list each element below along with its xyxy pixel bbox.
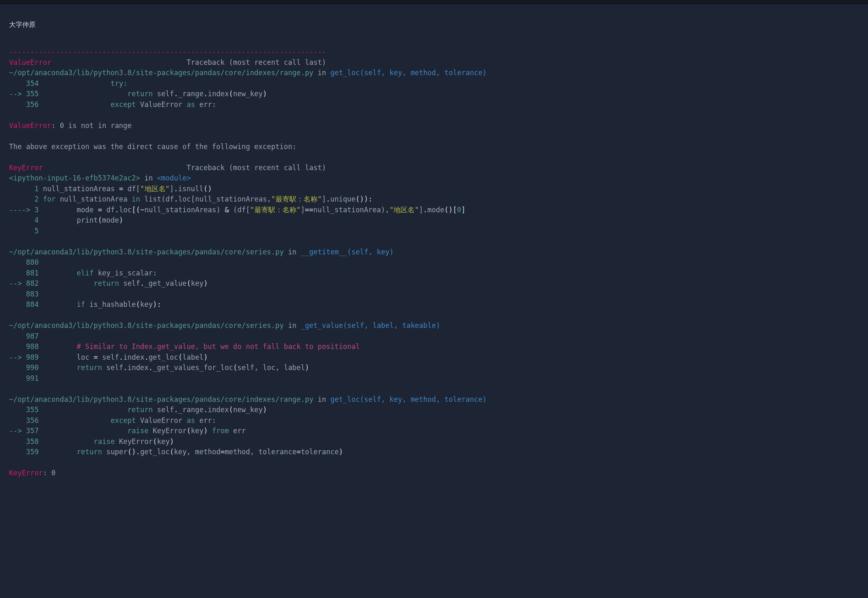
ident: index bbox=[123, 353, 144, 361]
error-name-keyerror: KeyError bbox=[9, 164, 43, 172]
ident: err: bbox=[195, 416, 216, 425]
op: = bbox=[98, 206, 102, 214]
ident: index bbox=[128, 363, 149, 372]
ident: super bbox=[102, 448, 127, 456]
lineno: 2 bbox=[34, 195, 38, 203]
op: = bbox=[94, 353, 98, 361]
ident: [null_stationAreas, bbox=[191, 195, 271, 203]
paren: ( bbox=[233, 363, 237, 372]
ident: key, method bbox=[174, 448, 221, 456]
lineno: 987 bbox=[26, 332, 39, 340]
kw-try: try: bbox=[111, 79, 128, 88]
ident: self bbox=[119, 279, 140, 287]
op: . bbox=[326, 195, 330, 203]
string: "地区名" bbox=[389, 206, 419, 214]
lineno: 989 bbox=[26, 353, 39, 361]
op: . bbox=[174, 185, 178, 193]
ident: isnull bbox=[178, 185, 203, 193]
lineno: 990 bbox=[26, 363, 39, 372]
paren: ( bbox=[153, 437, 157, 446]
frame4-sig: (self, label, takeable) bbox=[343, 321, 440, 330]
frame2-module: <module> bbox=[157, 174, 191, 182]
ident: is_hashable bbox=[85, 300, 136, 308]
error-msg: : 0 bbox=[43, 469, 56, 477]
ident: method, tolerance bbox=[225, 448, 296, 456]
arrow: --> bbox=[9, 427, 26, 435]
frame3-func: __getitem__ bbox=[301, 248, 347, 256]
ident: print bbox=[77, 216, 98, 224]
op: . bbox=[140, 279, 144, 287]
cell-title: 大字仲原 bbox=[9, 17, 859, 36]
lineno: 3 bbox=[34, 206, 38, 214]
ident: tolerance bbox=[301, 448, 339, 456]
kw-return: return bbox=[77, 363, 102, 372]
frame5-path: ~/opt/anaconda3/lib/python3.8/site-packa… bbox=[9, 395, 313, 403]
op: . bbox=[149, 363, 153, 372]
paren: [( bbox=[132, 206, 140, 214]
paren: ( bbox=[229, 90, 233, 98]
ident: err bbox=[229, 427, 246, 435]
ident: self, loc, label bbox=[237, 363, 305, 372]
paren: ( bbox=[187, 279, 191, 287]
frame3-sig: (self, key) bbox=[347, 248, 394, 256]
op: . bbox=[145, 353, 149, 361]
kw-as: as bbox=[187, 100, 195, 109]
lineno: 881 bbox=[26, 269, 39, 277]
lineno: 991 bbox=[26, 374, 39, 382]
ident: unique bbox=[330, 195, 356, 203]
paren: ()[ bbox=[444, 206, 457, 214]
paren: ) bbox=[204, 353, 208, 361]
arrow: --> bbox=[9, 90, 26, 98]
lineno: 883 bbox=[26, 290, 39, 298]
ident: ] bbox=[419, 206, 423, 214]
lineno: 355 bbox=[26, 406, 39, 414]
lineno: 356 bbox=[26, 416, 39, 425]
kw-in: in bbox=[288, 248, 296, 256]
kw-except: except bbox=[111, 100, 136, 109]
paren: () bbox=[128, 448, 136, 456]
op: = bbox=[296, 448, 301, 456]
ident: new_key bbox=[233, 90, 263, 98]
op: . bbox=[174, 195, 178, 203]
lineno: 1 bbox=[34, 185, 38, 193]
paren: ) bbox=[305, 363, 309, 372]
op: . bbox=[115, 206, 119, 214]
kw-in: in bbox=[288, 321, 296, 330]
string: "最寄駅：名称" bbox=[250, 206, 301, 214]
ident: index bbox=[208, 406, 229, 414]
ident: ] bbox=[170, 185, 174, 193]
traceback-label bbox=[51, 58, 187, 66]
paren: ()): bbox=[356, 195, 372, 203]
op: . bbox=[174, 90, 178, 98]
number: 0 bbox=[457, 206, 461, 214]
ident: key bbox=[157, 437, 170, 446]
kw-except: except bbox=[111, 416, 136, 425]
op: . bbox=[423, 206, 427, 214]
traceback-output: 大字仲原 -----------------------------------… bbox=[0, 4, 868, 495]
ident: null_stationArea bbox=[56, 195, 132, 203]
frame4-func: _get_value bbox=[301, 321, 343, 330]
frame1-func: get_loc bbox=[330, 69, 360, 77]
ident: null_stationArea), bbox=[313, 206, 389, 214]
error-valueerror: ValueError bbox=[9, 121, 51, 130]
op: . bbox=[204, 406, 208, 414]
ident: self bbox=[102, 363, 123, 372]
frame2-source: <ipython-input-16-efb5374e2ac2> bbox=[9, 174, 140, 182]
ident: get_loc bbox=[149, 353, 178, 361]
lineno: 4 bbox=[34, 216, 38, 224]
kw-return: return bbox=[94, 279, 119, 287]
traceback-label bbox=[43, 164, 187, 172]
ident: mode bbox=[102, 216, 119, 224]
ident: (df[ bbox=[229, 206, 250, 214]
ident: null_stationAreas) bbox=[145, 206, 225, 214]
ident: self bbox=[153, 406, 174, 414]
arrow: --> bbox=[9, 279, 26, 287]
paren: ) bbox=[119, 216, 123, 224]
ident: loc bbox=[77, 353, 94, 361]
arrow: ----> bbox=[9, 206, 34, 214]
paren: ) bbox=[339, 448, 343, 456]
window-topbar bbox=[0, 0, 868, 4]
traceback-text: Traceback (most recent call last) bbox=[187, 164, 326, 172]
frame5-sig: (self, key, method, tolerance) bbox=[360, 395, 487, 403]
ident: ValueError bbox=[136, 416, 187, 425]
